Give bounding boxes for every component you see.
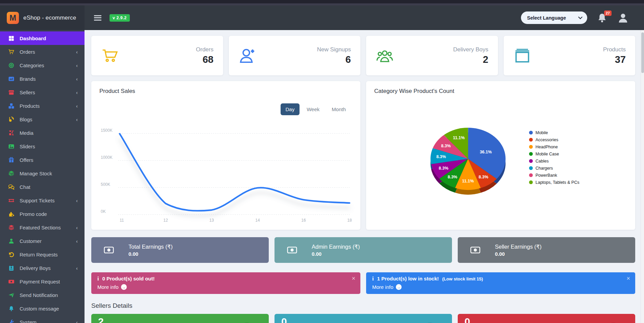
sidebar-item-custom-message[interactable]: Custom message (0, 302, 85, 315)
legend-item-accessories: Accessories (529, 136, 579, 143)
sidebar-item-promo-code[interactable]: Promo code (0, 207, 85, 221)
close-icon[interactable]: × (626, 275, 630, 282)
sidebar-item-payment-request[interactable]: Payment Request (0, 275, 85, 288)
chevron-left-icon: ‹ (76, 63, 78, 68)
stat-card-text: Orders68 (196, 46, 214, 65)
sidebar-item-featured-sections[interactable]: Featured Sections‹ (0, 221, 85, 234)
chevron-left-icon: ‹ (76, 198, 78, 203)
stat-card-text: Delivery Boys2 (453, 46, 488, 65)
logo-row[interactable]: M eShop - ecommerce (0, 5, 85, 30)
svg-text:8.3%: 8.3% (439, 166, 449, 171)
earnings-label: Total Earnings (₹) (128, 244, 173, 250)
svg-text:ad: ad (9, 77, 13, 81)
sidebar-item-chat[interactable]: Chat (0, 180, 85, 194)
page-scrollbar[interactable] (641, 30, 644, 323)
close-icon[interactable]: × (352, 275, 355, 282)
sidebar-item-system[interactable]: System‹ (0, 315, 85, 323)
sidebar-item-orders[interactable]: Orders‹ (0, 45, 85, 58)
legend-item-chargers: Chargers (529, 165, 579, 172)
user-avatar[interactable] (617, 12, 629, 24)
sidebar-item-label: Support Tickets (20, 198, 54, 203)
sidebar-item-dashboard[interactable]: Dashboard (0, 31, 85, 45)
earnings-text: Admin Earnings (₹)0.00 (312, 244, 360, 257)
info-icon: i (372, 276, 374, 282)
layers-icon (8, 224, 15, 231)
seller-card-value: 2 (98, 316, 262, 323)
sidebar-item-delivery-boys[interactable]: Delivery Boys‹ (0, 261, 85, 275)
alert-message: 0 Product(s) sold out! (102, 276, 154, 281)
legend-item-cables: Cables (529, 157, 579, 165)
sidebar-item-brands[interactable]: adBrands‹ (0, 72, 85, 85)
legend-dot-icon (529, 145, 533, 149)
hamburger-menu-icon[interactable] (94, 14, 101, 22)
sidebar-item-label: Blogs (20, 117, 32, 122)
plane-icon (8, 292, 15, 298)
sidebar-item-sliders[interactable]: Sliders (0, 140, 85, 153)
ad-icon: ad (8, 76, 15, 82)
charts-row: Product Sales DayWeekMonth 1500K1000K500… (91, 81, 635, 230)
svg-text:8.3%: 8.3% (441, 144, 451, 148)
bell-icon (8, 305, 15, 312)
sidebar-item-blogs[interactable]: Blogs‹ (0, 113, 85, 126)
group-icon (376, 47, 394, 65)
stat-card-delivery-boys: Delivery Boys2 (366, 36, 498, 75)
sidebar-item-manage-stock[interactable]: Manage Stock (0, 167, 85, 180)
tab-day[interactable]: Day (281, 103, 300, 115)
earnings-row: Total Earnings (₹)0.00Admin Earnings (₹)… (91, 237, 635, 263)
chevron-down-icon (578, 15, 582, 19)
idcard-icon (8, 265, 15, 271)
stat-card-products: Products37 (504, 36, 636, 75)
sidebar-item-label: Send Notification (20, 292, 58, 298)
main-area: v 2.9.2 Select Language 27 Orders68New S… (85, 5, 644, 323)
tab-month[interactable]: Month (327, 103, 351, 115)
scrollbar-thumb[interactable] (641, 32, 644, 73)
chevron-left-icon: ‹ (76, 225, 78, 230)
notifications-button[interactable]: 27 (597, 12, 607, 24)
cart-icon (8, 49, 15, 55)
sidebar-item-offers[interactable]: Offers (0, 153, 85, 167)
pie-legend: MobileAccessoriesHeadPhoneMobile CaseCab… (529, 129, 579, 199)
more-info-label: More info (97, 284, 119, 290)
chevron-left-icon: ‹ (76, 265, 78, 271)
legend-dot-icon (529, 131, 533, 134)
language-select[interactable]: Select Language (521, 11, 587, 24)
sidebar-nav: DashboardOrders‹Categories‹adBrands‹Sell… (0, 30, 85, 323)
alert-message-row: i1 Product(s) low in stock!(Low stock li… (372, 276, 629, 282)
sidebar-item-return-requests[interactable]: Return Requests (0, 248, 85, 261)
sidebar-item-label: Manage Stock (20, 171, 52, 176)
sidebar-item-customer[interactable]: Customer‹ (0, 234, 85, 248)
chevron-left-icon: ‹ (76, 49, 78, 55)
sidebar-item-products[interactable]: Products‹ (0, 99, 85, 113)
more-info-link[interactable]: More info→ (372, 284, 629, 290)
seller-summary-card-1: 2 (91, 314, 269, 323)
seller-card-value: 0 (281, 316, 445, 323)
arrow-circle-icon: → (121, 284, 127, 290)
sidebar-item-label: Customer (20, 238, 42, 244)
legend-item-mobile-case: Mobile Case (529, 150, 579, 157)
sidebar-item-label: Sellers (20, 90, 35, 95)
svg-text:14: 14 (255, 218, 260, 223)
sidebar-item-label: Promo code (20, 211, 47, 217)
version-badge: v 2.9.2 (110, 14, 130, 22)
category-count-card: Category Wise Product's Count 36.1%8.3%1… (366, 81, 635, 230)
legend-label: Cables (535, 159, 549, 164)
sidebar-item-label: Delivery Boys (20, 265, 51, 271)
sidebar-item-sellers[interactable]: Sellers‹ (0, 85, 85, 99)
alert-message-row: i0 Product(s) sold out! (97, 276, 354, 282)
sidebar-item-send-notification[interactable]: Send Notification (0, 288, 85, 302)
eshop-logo-icon: M (7, 12, 19, 24)
svg-text:11.1%: 11.1% (453, 135, 465, 140)
sidebar-item-categories[interactable]: Categories‹ (0, 58, 85, 72)
browser-top-strip (0, 0, 644, 3)
sidebar-item-support-tickets[interactable]: Support Tickets‹ (0, 194, 85, 207)
sellers-cards-row: 200 (91, 314, 635, 323)
sidebar-item-media[interactable]: Media (0, 126, 85, 140)
legend-item-headphone: HeadPhone (529, 143, 579, 150)
more-info-link[interactable]: More info→ (97, 284, 354, 290)
svg-text:8.3%: 8.3% (479, 175, 488, 179)
money-bill-icon (101, 245, 116, 255)
tab-week[interactable]: Week (302, 103, 325, 115)
legend-dot-icon (529, 180, 533, 184)
media-icon (8, 130, 15, 136)
bell-icon (597, 19, 607, 25)
